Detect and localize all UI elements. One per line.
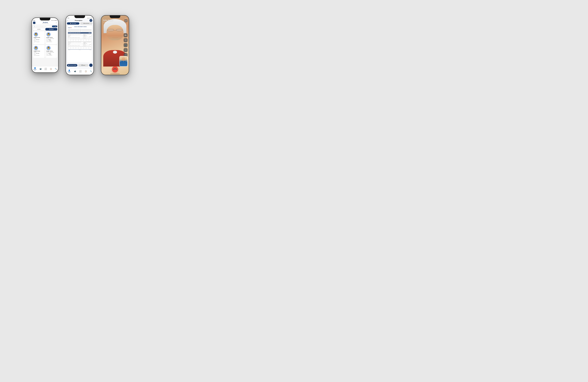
doc-field-room: Room: (80, 30, 91, 31)
bottom-action-row: 🏥 Resident Detail 💾 Save ⋯ (67, 64, 93, 67)
avatar-2: 👩‍⚕️ (46, 32, 51, 37)
info-side-btn[interactable]: ⓘ (124, 38, 127, 42)
resident-label: Resident (35, 22, 55, 23)
nav2-dot (69, 73, 69, 73)
clear-icon: ✕ (50, 26, 50, 27)
phone-icon: 📞 (113, 67, 117, 71)
nav-search-icon: 🔍 (55, 68, 57, 70)
doc-right-col-1: Same as Next Month Supply Expired Send T… (84, 34, 91, 39)
resident-name-4: Dwight Torrey (46, 51, 56, 52)
more-menu-icon[interactable]: ⋮ (55, 22, 57, 24)
nav-docs[interactable]: 📋 (50, 68, 52, 70)
info-row-room-4: Room : 15104 (46, 54, 56, 55)
note-buttons-row: 📋 View Note ➕ Add Note (67, 22, 93, 24)
resident-grid: 👩‍⚕️ Dwight Torrey HCNR : - Unit : Test … (32, 31, 58, 58)
doc-section-1: Some Clinical Indicator Notes / Prescrib… (68, 34, 91, 39)
nav-dot (35, 70, 35, 71)
doc-prescriber-sig-2: Prescriber Signature / Response to Treat… (84, 45, 91, 46)
nav2-docs[interactable]: 📋 (85, 70, 87, 72)
doc-logo: SmartLTC (68, 26, 72, 28)
nav-home-btn[interactable]: ⬜ (44, 68, 47, 70)
resident-detail-btn[interactable]: 🏥 Resident Detail (67, 64, 77, 66)
rx-val-4: : (46, 56, 56, 57)
view-note-icon: 📋 (70, 23, 71, 24)
save-btn[interactable]: 💾 Save (78, 64, 88, 66)
nav2-home-btn[interactable]: ⬜ (79, 70, 82, 73)
notch-1 (40, 18, 50, 20)
search-field[interactable]: 🔍 Search by Resident name ✕ (33, 25, 51, 27)
info-row-room-1: Room : (34, 40, 44, 41)
prescription-side-btn[interactable]: Rx (124, 33, 127, 37)
home-icon-btn[interactable]: ⌂ (33, 22, 35, 24)
video-side-btn[interactable]: 📹 (124, 43, 127, 47)
resident-name-2: Dwight Torrey (46, 37, 56, 38)
nav-resident[interactable]: 👤 Resident (33, 67, 37, 71)
search-unit-row: 🔍 Search by Resident name ✕ 👤 Unit (33, 25, 57, 27)
save-icon: 💾 (82, 65, 83, 66)
phone2-header: ‹ Prescription LU (66, 19, 93, 22)
resident-card-4[interactable]: 👩‍⚕️ Dwight Torrey HCNR : 4385181068 Uni… (45, 45, 57, 58)
view-note-label: View Note (72, 23, 76, 24)
back-button[interactable]: ‹ (67, 20, 68, 21)
notch-3 (110, 16, 120, 18)
resident-detail-label: Resident Detail (69, 65, 76, 66)
time-1: 9:41 (33, 20, 35, 21)
nav2-video[interactable]: 📹 (74, 70, 76, 72)
grid-row-1 (68, 39, 91, 41)
camera-icon: 📷 (125, 54, 126, 56)
nav2-resident[interactable]: 👤 Resident (67, 69, 71, 73)
resident-card-3[interactable]: 👩‍⚕️ Dwight Torrey HCNR : - Unit : Test … (33, 45, 45, 58)
rx-val-2: : (46, 42, 56, 43)
pip-thumbnail (119, 56, 127, 66)
avatar-1: 👩‍⚕️ (34, 32, 38, 37)
tab-resident[interactable]: Resident (45, 28, 57, 31)
wifi-icon-1: wifi (54, 20, 56, 21)
facility-label: Kew House Care (35, 23, 55, 24)
hcnr-label-2: HCNR : 4385181068 (46, 38, 56, 39)
checkbox-row-4: Send Today (84, 43, 91, 44)
info-row-room-3: Room : (34, 54, 44, 55)
unit-label: Unit (54, 26, 56, 27)
add-note-btn[interactable]: ➕ Add Note (80, 22, 93, 24)
share-btn[interactable]: ⋯ (89, 64, 93, 67)
nav-resident-icon: 👤 (34, 67, 36, 69)
resident-card-1[interactable]: 👩‍⚕️ Dwight Torrey HCNR : - Unit : Test … (33, 31, 45, 44)
doc-fields-row1: Facility: Date: Resident: Room: (68, 29, 91, 32)
video-camera-icon: 📹 (125, 44, 126, 46)
bottom-nav-2: 👤 Resident 📹 ⬜ 📋 🔍 (66, 69, 93, 75)
nav2-search[interactable]: 🔍 (90, 70, 92, 72)
tab-row: Hotlist Resident (33, 28, 57, 31)
time-2: 9:41 (67, 18, 69, 19)
doc-right-col-2: Same as Next Month Supply Expired Send T… (84, 41, 91, 46)
chevron-down-btn[interactable]: ∨ (124, 19, 127, 22)
unit-button[interactable]: 👤 Unit (52, 25, 57, 27)
nav2-search-icon: 🔍 (90, 70, 92, 72)
scene: 9:41 ▲▲▲ wifi ■ ⌂ Resident Kew House Car… (0, 0, 161, 90)
scissors-icon: ✂ (125, 49, 126, 51)
progress-notes-label: PROGRESS NOTES/CLINICAL INDICATOR (68, 33, 80, 33)
rx-val-3: - (34, 56, 44, 57)
prescription-doc: SmartLTC DIGITAL PRESCRIBER'S ORDERS Fac… (67, 25, 93, 63)
home-icon: ⌂ (34, 22, 34, 23)
search-placeholder: Search by Resident name (36, 26, 49, 27)
info-row-rx-4: Last Prescription : (46, 55, 56, 56)
end-call-button[interactable]: 📞 (112, 66, 118, 72)
info-row-rx-3: Last Prescription : (34, 55, 44, 56)
hcnr-label-1: HCNR : - (34, 38, 44, 39)
doc-dates-row: Start Date: End Date: (84, 37, 91, 37)
cut-side-btn[interactable]: ✂ (124, 48, 127, 52)
resident-card-2[interactable]: 👩‍⚕️ Dwight Torrey HCNR : 4385181068 Uni… (45, 31, 57, 44)
call-end-row: 📞 (101, 66, 129, 72)
view-note-btn[interactable]: 📋 View Note (67, 22, 79, 24)
tab-hotlist[interactable]: Hotlist (33, 28, 45, 31)
doc-footer: Legal / Type Site / Time Site / Time (68, 50, 91, 50)
info-row-unit-2: Unit : Ward A (46, 39, 56, 40)
bottom-nav-1: 👤 Resident 📹 ⬜ 📋 🔍 (32, 66, 58, 72)
nav-search[interactable]: 🔍 (55, 68, 57, 70)
nav-video[interactable]: 📹 (40, 68, 42, 70)
add-note-label: Add Note (85, 23, 89, 24)
caller-name: Julie Green (103, 19, 127, 21)
glasses (107, 29, 123, 31)
doc-field-health-card: Health Card: (68, 31, 80, 32)
resident-detail-icon: 🏥 (68, 65, 69, 66)
